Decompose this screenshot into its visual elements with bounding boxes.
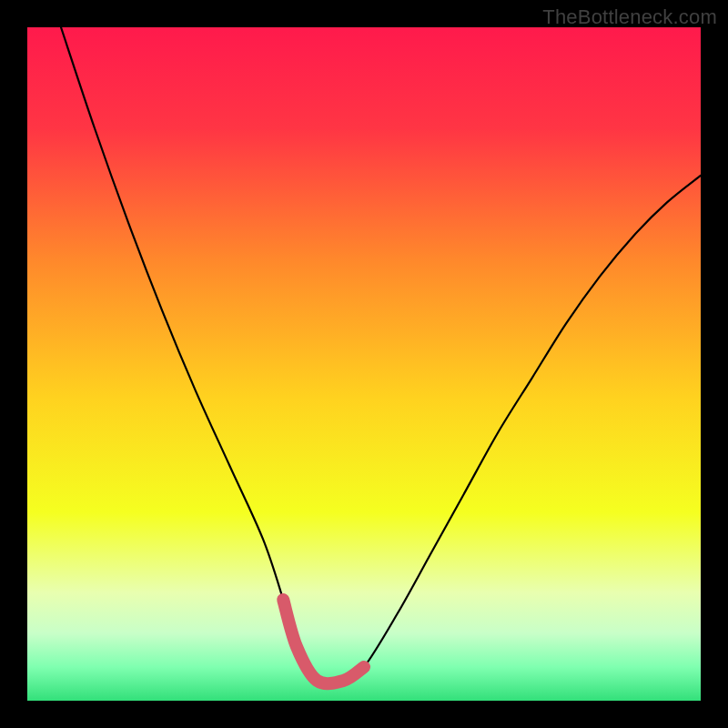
watermark: TheBottleneck.com <box>542 5 717 29</box>
chart-frame <box>0 0 728 728</box>
